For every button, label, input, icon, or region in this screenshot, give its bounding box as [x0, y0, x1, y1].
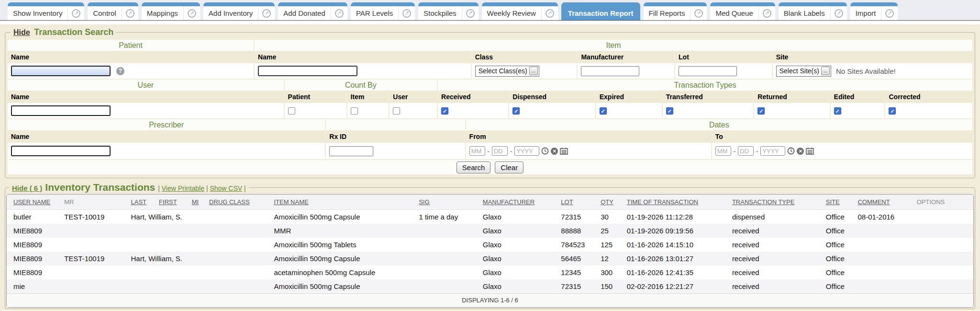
checkbox-corrected[interactable]: ✓	[889, 107, 896, 115]
tab-control[interactable]: Control↗	[88, 2, 138, 20]
select-classes-control[interactable]: Select Class(es) ...	[475, 66, 539, 77]
search-button[interactable]: Search	[457, 161, 491, 173]
tab-popout-section[interactable]: ↗	[398, 6, 415, 20]
tab-weekly-review[interactable]: Weekly Review↗	[482, 2, 558, 20]
tab-popout-section[interactable]: ↗	[331, 6, 347, 20]
user-name-input[interactable]	[11, 105, 111, 116]
select-sites-more-button[interactable]: ...	[821, 67, 830, 75]
to-clear-icon[interactable]: ✕	[797, 148, 804, 155]
select-classes-more-button[interactable]: ...	[529, 67, 538, 75]
table-row: MIE8809Amoxicillin 500mg TabletsGlaxo784…	[7, 238, 973, 252]
tab-import[interactable]: Import↗	[850, 2, 898, 20]
column-header-user-name[interactable]: USER NAME	[7, 195, 62, 210]
select-sites-control[interactable]: Select Site(s) ...	[776, 66, 831, 77]
hide-search-link[interactable]: Hide	[13, 28, 30, 36]
tab-label: Med Queue	[710, 9, 758, 17]
manufacturer-input[interactable]	[581, 66, 639, 76]
tab-add-inventory[interactable]: Add Inventory↗	[203, 2, 275, 20]
from-day-input[interactable]	[492, 146, 508, 156]
view-printable-link[interactable]: View Printable	[162, 184, 204, 192]
column-header-first[interactable]: FIRST	[156, 195, 189, 210]
help-icon[interactable]: ?	[116, 67, 124, 75]
to-calendar-icon[interactable]	[806, 147, 814, 155]
column-header-time-of-transaction[interactable]: TIME OF TRANSACTION	[624, 195, 730, 210]
open-in-new-icon[interactable]: ↗	[466, 9, 475, 18]
open-in-new-icon[interactable]: ↗	[763, 9, 771, 18]
from-time-icon[interactable]	[541, 147, 549, 155]
tab-mappings[interactable]: Mappings↗	[142, 2, 200, 20]
open-in-new-icon[interactable]: ↗	[402, 9, 411, 18]
checkbox-dispensed[interactable]: ✓	[512, 107, 520, 115]
column-header-last[interactable]: LAST	[129, 195, 157, 210]
checkbox-returned[interactable]: ✓	[757, 107, 765, 115]
tab-show-inventory[interactable]: Show Inventory↗	[8, 2, 84, 20]
column-header-item-name[interactable]: ITEM NAME	[271, 195, 416, 210]
column-header-drug-class[interactable]: DRUG CLASS	[207, 195, 271, 210]
tab-popout-section[interactable]: ↗	[67, 6, 84, 20]
tab-popout-section[interactable]: ↗	[258, 6, 275, 20]
checkbox-received[interactable]: ✓	[441, 107, 448, 115]
checkbox-expired[interactable]: ✓	[600, 107, 607, 115]
tab-popout-section[interactable]: ↗	[881, 6, 898, 20]
transaction-search-panel: Hide Transaction Search Patient Item Nam…	[5, 27, 975, 178]
tab-fill-reports[interactable]: Fill Reports↗	[644, 2, 707, 20]
tab-popout-section[interactable]: ↗	[690, 6, 707, 20]
open-in-new-icon[interactable]: ↗	[262, 9, 271, 18]
column-header-mi[interactable]: MI	[189, 195, 207, 210]
open-in-new-icon[interactable]: ↗	[188, 9, 196, 18]
tab-popout-section[interactable]: ↗	[122, 6, 138, 20]
open-in-new-icon[interactable]: ↗	[126, 9, 134, 18]
tab-stockpiles[interactable]: Stockpiles↗	[418, 2, 478, 20]
cell-mi	[189, 224, 207, 238]
open-in-new-icon[interactable]: ↗	[694, 9, 703, 18]
item-name-input[interactable]	[258, 66, 357, 76]
tab-par-levels[interactable]: PAR Levels↗	[351, 2, 415, 20]
lot-input[interactable]	[679, 66, 737, 76]
rx-id-input[interactable]	[329, 146, 373, 156]
open-in-new-icon[interactable]: ↗	[835, 9, 843, 18]
tab-popout-section[interactable]: ↗	[183, 6, 200, 20]
tab-popout-section[interactable]: ↗	[541, 6, 558, 20]
input-row: ? Select Class(es) ...	[8, 63, 972, 79]
column-header-manufacturer[interactable]: MANUFACTURER	[480, 195, 559, 210]
checkbox-transferred[interactable]: ✓	[666, 107, 673, 115]
open-in-new-icon[interactable]: ↗	[546, 9, 554, 18]
tab-med-queue[interactable]: Med Queue↗	[710, 2, 775, 20]
to-month-input[interactable]	[715, 146, 731, 156]
open-in-new-icon[interactable]: ↗	[885, 9, 894, 18]
tab-add-donated[interactable]: Add Donated↗	[278, 2, 347, 20]
tab-label: Mappings	[142, 9, 183, 17]
from-calendar-icon[interactable]	[560, 147, 568, 155]
column-header-lot[interactable]: LOT	[558, 195, 598, 210]
checkbox-item[interactable]	[351, 107, 358, 115]
show-csv-link[interactable]: Show CSV	[210, 184, 242, 192]
column-header-qty[interactable]: QTY	[598, 195, 624, 210]
to-year-input[interactable]	[760, 146, 785, 156]
tab-popout-section[interactable]: ↗	[830, 6, 847, 20]
cell-drug-class	[207, 252, 271, 265]
tab-blank-labels[interactable]: Blank Labels↗	[779, 2, 847, 20]
from-clear-icon[interactable]: ✕	[551, 148, 558, 155]
checkbox-user[interactable]	[393, 107, 400, 115]
patient-name-input[interactable]	[11, 66, 111, 76]
cell-drug-class	[207, 238, 271, 252]
cell-drug-class	[207, 265, 271, 279]
column-header-site[interactable]: SITE	[824, 195, 856, 210]
column-header-sig[interactable]: SIG	[416, 195, 480, 210]
column-header-comment[interactable]: COMMENT	[855, 195, 914, 210]
prescriber-name-input[interactable]	[11, 146, 111, 156]
to-day-input[interactable]	[738, 146, 754, 156]
open-in-new-icon[interactable]: ↗	[72, 9, 80, 18]
checkbox-patient[interactable]	[288, 107, 295, 115]
tab-popout-section[interactable]: ↗	[758, 6, 775, 20]
open-in-new-icon[interactable]: ↗	[335, 9, 344, 18]
tab-popout-section[interactable]: ↗	[462, 6, 479, 20]
to-time-icon[interactable]	[787, 147, 795, 155]
column-header-transaction-type[interactable]: TRANSACTION TYPE	[730, 195, 824, 210]
from-month-input[interactable]	[469, 146, 485, 156]
hide-results-link[interactable]: Hide ( 6 )	[12, 184, 42, 192]
from-year-input[interactable]	[514, 146, 539, 156]
checkbox-edited[interactable]: ✓	[834, 107, 841, 115]
clear-button[interactable]: Clear	[495, 161, 523, 173]
tab-transaction-report[interactable]: Transaction Report	[561, 2, 640, 20]
